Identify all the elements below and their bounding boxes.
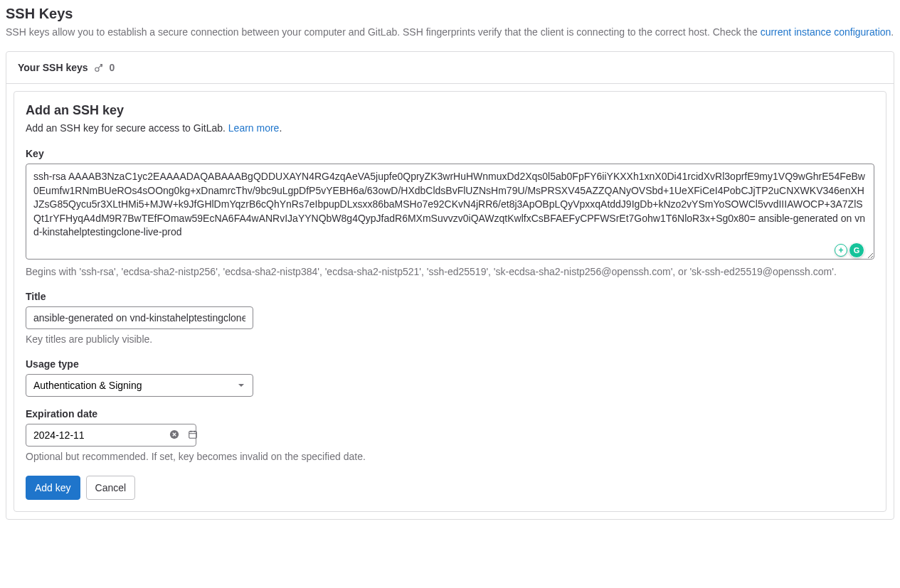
grammarly-icon[interactable]: G [849,242,864,258]
key-help-text: Begins with 'ssh-rsa', 'ecdsa-sha2-nistp… [26,264,874,279]
card-subtitle-text: Add an SSH key for secure access to GitL… [26,122,228,134]
grammarly-widget: + G [835,242,864,258]
buttons-row: Add key Cancel [26,476,874,500]
instance-config-link[interactable]: current instance configuration [761,26,891,38]
panel-header: Your SSH keys 0 [6,52,894,84]
page-description-suffix: . [891,26,894,38]
panel-body: Add an SSH key Add an SSH key for secure… [6,84,894,519]
usage-label: Usage type [26,358,874,370]
expiration-label: Expiration date [26,408,874,419]
page-title: SSH Keys [6,6,894,22]
key-icon [94,63,104,73]
expiration-input[interactable] [26,424,165,446]
usage-group: Usage type Authentication & Signing [26,358,874,397]
card-heading: Add an SSH key [26,103,874,118]
learn-more-link[interactable]: Learn more [228,122,280,134]
svg-rect-2 [189,431,197,438]
your-ssh-keys-label: Your SSH keys [18,62,88,73]
key-textarea[interactable] [26,164,874,260]
expiration-group: Expiration date [26,408,874,464]
key-label: Key [26,148,874,159]
grammarly-add-icon[interactable]: + [835,244,847,257]
clear-date-button[interactable] [165,427,184,444]
calendar-button[interactable] [184,427,202,444]
cancel-button[interactable]: Cancel [86,476,136,500]
card-subtitle-suffix: . [279,122,282,134]
key-count: 0 [110,62,115,73]
page-description: SSH keys allow you to establish a secure… [6,25,894,40]
add-key-button[interactable]: Add key [26,476,80,500]
card-subtitle: Add an SSH key for secure access to GitL… [26,122,874,134]
title-label: Title [26,291,874,302]
key-group: Key + G Begins with 'ssh-rsa', 'ecdsa-sh… [26,148,874,279]
add-ssh-key-card: Add an SSH key Add an SSH key for secure… [14,91,886,512]
calendar-icon [188,429,198,442]
usage-select[interactable]: Authentication & Signing [26,374,253,397]
title-group: Title Key titles are publicly visible. [26,291,874,347]
title-help-text: Key titles are publicly visible. [26,332,874,347]
clear-icon [169,429,179,442]
svg-point-0 [95,68,98,71]
title-input[interactable] [26,306,253,329]
page-description-text: SSH keys allow you to establish a secure… [6,26,761,38]
expiration-help-text: Optional but recommended. If set, key be… [26,449,874,464]
ssh-keys-panel: Your SSH keys 0 Add an SSH key Add an SS… [6,51,894,520]
date-input-wrapper [26,424,196,447]
